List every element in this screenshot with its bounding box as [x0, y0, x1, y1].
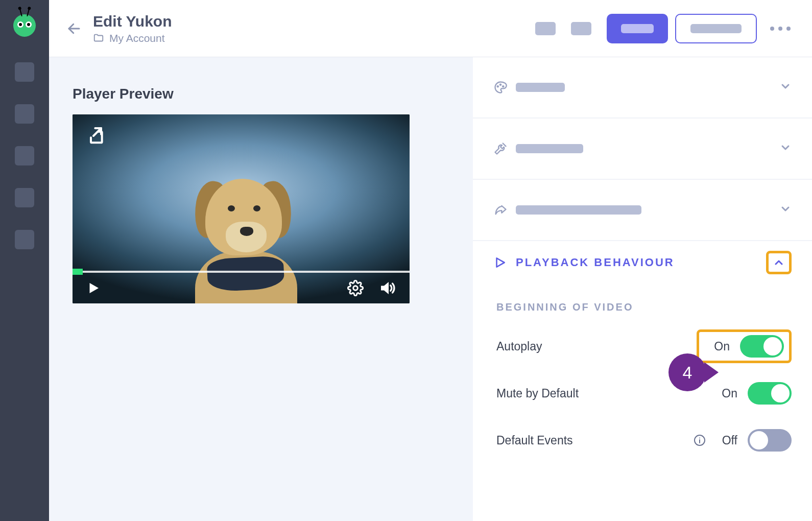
mute-toggle[interactable]	[748, 382, 792, 405]
playback-settings-body: BEGINNING OF VIDEO Autoplay 4 On	[473, 284, 812, 480]
header-action-2[interactable]	[571, 22, 591, 35]
accordion-label-placeholder	[516, 144, 583, 153]
secondary-button[interactable]	[675, 14, 757, 43]
primary-button[interactable]	[607, 14, 668, 43]
preview-title: Player Preview	[73, 86, 449, 102]
left-rail	[0, 0, 49, 521]
autoplay-label: Autoplay	[493, 340, 697, 353]
svg-point-9	[699, 438, 700, 439]
volume-icon	[378, 279, 396, 297]
gear-icon	[347, 280, 364, 296]
brand-logo[interactable]	[13, 14, 36, 37]
collapse-highlight	[766, 251, 792, 274]
mute-state: On	[712, 387, 737, 400]
breadcrumb-label: My Account	[109, 32, 165, 44]
more-menu[interactable]	[764, 27, 797, 31]
info-icon[interactable]	[694, 434, 706, 446]
accordion-title: PLAYBACK BEHAVIOUR	[516, 256, 675, 269]
play-icon	[86, 280, 101, 296]
arrow-left-icon	[66, 21, 82, 36]
settings-pane: PLAYBACK BEHAVIOUR BEGINNING OF VIDEO Au…	[473, 57, 812, 521]
accordion-label-placeholder	[516, 83, 565, 92]
setting-default-events: Default Events Off	[493, 421, 792, 459]
rail-item-4[interactable]	[15, 188, 34, 207]
svg-point-4	[500, 84, 501, 85]
svg-marker-1	[90, 283, 99, 293]
page-title: Edit Yukon	[93, 13, 172, 30]
setting-mute: Mute by Default On	[493, 374, 792, 412]
share-arrow-icon	[493, 203, 508, 217]
accordion-label-placeholder	[516, 205, 641, 215]
volume-button[interactable]	[378, 279, 396, 297]
accordion-sharing[interactable]	[473, 180, 812, 241]
share-icon[interactable]	[86, 126, 106, 148]
breadcrumb[interactable]: My Account	[93, 32, 172, 44]
autoplay-state: On	[704, 340, 730, 353]
back-button[interactable]	[64, 19, 84, 38]
mute-label: Mute by Default	[493, 387, 712, 400]
autoplay-highlight: 4 On	[697, 329, 792, 363]
header-action-1[interactable]	[535, 22, 556, 35]
chevron-down-icon	[779, 141, 792, 154]
settings-subhead: BEGINNING OF VIDEO	[496, 301, 792, 313]
video-player[interactable]	[73, 114, 410, 303]
accordion-tools[interactable]	[473, 119, 812, 180]
play-outline-icon	[493, 256, 507, 269]
rail-item-2[interactable]	[15, 104, 34, 124]
svg-point-5	[503, 86, 504, 87]
settings-button[interactable]	[347, 280, 364, 296]
setting-autoplay: Autoplay 4 On	[493, 327, 792, 365]
rail-item-1[interactable]	[15, 62, 34, 82]
preview-pane: Player Preview	[49, 57, 473, 521]
chevron-up-icon[interactable]	[773, 256, 785, 269]
rail-item-3[interactable]	[15, 146, 34, 165]
player-controls	[73, 273, 410, 303]
svg-point-3	[497, 86, 498, 87]
tools-icon	[493, 141, 508, 156]
folder-icon	[93, 33, 104, 44]
events-label: Default Events	[493, 434, 694, 447]
svg-point-2	[353, 286, 358, 291]
palette-icon	[493, 80, 508, 94]
autoplay-toggle[interactable]	[740, 335, 784, 358]
events-toggle[interactable]	[748, 429, 792, 452]
rail-item-5[interactable]	[15, 230, 34, 249]
chevron-down-icon	[779, 203, 792, 215]
play-button[interactable]	[86, 280, 101, 296]
top-bar: Edit Yukon My Account	[49, 0, 812, 57]
chevron-down-icon	[779, 80, 792, 92]
events-state: Off	[712, 434, 737, 447]
accordion-appearance[interactable]	[473, 57, 812, 119]
svg-marker-6	[497, 258, 505, 267]
accordion-playback[interactable]: PLAYBACK BEHAVIOUR	[473, 241, 812, 284]
